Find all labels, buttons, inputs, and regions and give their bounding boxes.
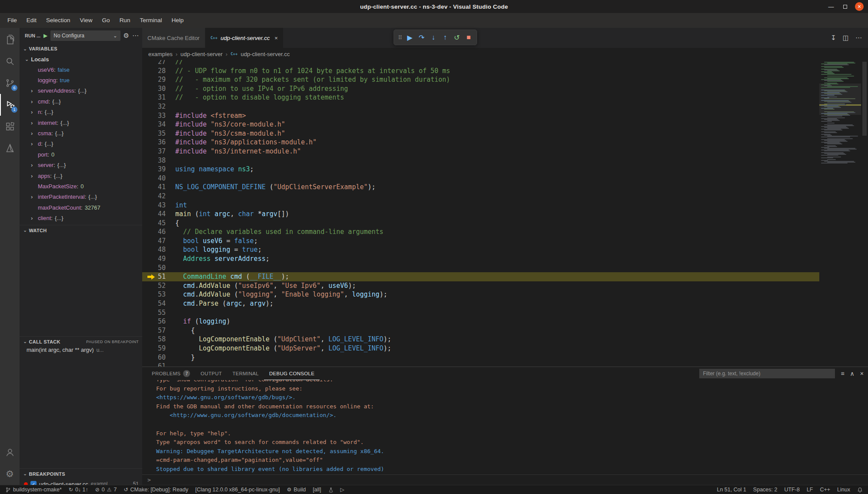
maximize-panel-icon[interactable]: ∧: [850, 370, 855, 377]
line-number[interactable]: 54: [142, 299, 175, 308]
breadcrumb-item[interactable]: udp-client-server: [180, 51, 223, 57]
step-out-icon[interactable]: ↑: [439, 33, 451, 41]
status-launch[interactable]: ▷: [337, 485, 348, 494]
status-problems[interactable]: ⊘0⚠7: [92, 485, 120, 494]
line-number[interactable]: 30: [142, 84, 175, 93]
line-number[interactable]: 35: [142, 129, 175, 138]
menu-item-terminal[interactable]: Terminal: [135, 13, 167, 28]
editor-tab-2[interactable]: C++udp-client-server.cc×: [205, 28, 284, 48]
panel-tab-problems[interactable]: PROBLEMS7: [147, 367, 195, 380]
code-line[interactable]: 49 Address serverAddress;: [142, 254, 819, 264]
console-filter-input[interactable]: [699, 369, 835, 378]
code-line[interactable]: 35#include "ns3/csma-module.h": [142, 129, 819, 138]
menu-item-edit[interactable]: Edit: [22, 13, 41, 28]
accounts-icon[interactable]: [0, 441, 20, 463]
variable-n[interactable]: ›n:{...}: [20, 107, 142, 117]
code-line[interactable]: 59 LogComponentEnable ("UdpServer", LOG_…: [142, 344, 819, 353]
code-line[interactable]: 57 {: [142, 326, 819, 335]
views-more-icon[interactable]: ⋯: [132, 32, 139, 40]
watch-section-header[interactable]: ⌄ WATCH: [20, 225, 142, 235]
code-line[interactable]: 41NS_LOG_COMPONENT_DEFINE ("UdpClientSer…: [142, 183, 819, 192]
menu-item-file[interactable]: File: [3, 13, 22, 28]
editor-tab-1[interactable]: CMake Cache Editor: [142, 28, 205, 48]
line-number[interactable]: 58: [142, 335, 175, 344]
line-number[interactable]: 27: [142, 60, 175, 67]
variable-server[interactable]: ›server:{...}: [20, 160, 142, 170]
scrollbar-thumb[interactable]: [862, 62, 867, 136]
line-number[interactable]: 47: [142, 237, 175, 246]
variable-csma[interactable]: ›csma:{...}: [20, 128, 142, 138]
line-number[interactable]: 48: [142, 245, 175, 254]
cmake-tools-icon[interactable]: [0, 137, 20, 159]
variable-apps[interactable]: ›apps:{...}: [20, 170, 142, 181]
status-cursor-position[interactable]: Ln 51, Col 1: [713, 485, 749, 494]
line-number[interactable]: 29: [142, 75, 175, 84]
debug-console-input[interactable]: >: [142, 474, 868, 485]
line-number[interactable]: 46: [142, 227, 175, 237]
menu-item-view[interactable]: View: [75, 13, 97, 28]
close-panel-icon[interactable]: ×: [860, 370, 864, 377]
code-line[interactable]: 36#include "ns3/applications-module.h": [142, 138, 819, 147]
menu-item-help[interactable]: Help: [167, 13, 188, 28]
variable-client[interactable]: ›client:{...}: [20, 213, 142, 223]
minimap-slider[interactable]: [819, 83, 861, 115]
explorer-icon[interactable]: [0, 29, 20, 50]
code-line[interactable]: 44main (int argc, char *argv[]): [142, 210, 819, 219]
line-number[interactable]: 38: [142, 156, 175, 165]
panel-tab-output[interactable]: OUTPUT: [195, 367, 227, 380]
line-number[interactable]: 57: [142, 326, 175, 335]
code-line[interactable]: 34#include "ns3/core-module.h": [142, 120, 819, 129]
menu-item-go[interactable]: Go: [97, 13, 115, 28]
code-line[interactable]: 51 CommandLine cmd (__FILE__);: [142, 272, 819, 281]
code-line[interactable]: 39using namespace ns3;: [142, 165, 819, 174]
line-number[interactable]: 41: [142, 183, 175, 192]
split-editor-icon[interactable]: ◫: [843, 34, 849, 42]
status-git-branch[interactable]: buildsystem-cmake*: [2, 485, 65, 494]
line-number[interactable]: 50: [142, 264, 175, 273]
status-indentation[interactable]: Spaces: 2: [750, 485, 781, 494]
call-stack-section-header[interactable]: ⌄ CALL STACK PAUSED ON BREAKPOINT: [20, 336, 142, 347]
code-line[interactable]: 29// - maximum of 320 packets sent (or l…: [142, 75, 819, 84]
line-number[interactable]: 28: [142, 67, 175, 76]
code-line[interactable]: 47 bool useV6 = false;: [142, 237, 819, 246]
run-and-debug-icon[interactable]: 1: [0, 94, 20, 116]
scope-locals[interactable]: ⌄ Locals: [20, 54, 142, 64]
run-or-debug-icon[interactable]: ↧: [831, 34, 836, 42]
code-line[interactable]: 31// - option to disable logging stateme…: [142, 93, 819, 102]
menu-item-selection[interactable]: Selection: [41, 13, 75, 28]
code-line[interactable]: 50: [142, 264, 819, 273]
status-language[interactable]: C++: [816, 485, 834, 494]
line-number[interactable]: 45: [142, 219, 175, 228]
code-line[interactable]: 54 cmd.Parse (argc, argv);: [142, 299, 819, 308]
close-icon[interactable]: ×: [855, 2, 864, 11]
line-number[interactable]: 60: [142, 353, 175, 362]
panel-tab-terminal[interactable]: TERMINAL: [227, 367, 264, 380]
line-number[interactable]: 40: [142, 174, 175, 183]
line-number[interactable]: 56: [142, 317, 175, 326]
breadcrumb-item[interactable]: examples: [148, 51, 173, 57]
code-line[interactable]: 38: [142, 156, 819, 165]
settings-gear-icon[interactable]: ⚙: [0, 463, 20, 485]
code-line[interactable]: 55: [142, 308, 819, 317]
variable-internet[interactable]: ›internet:{...}: [20, 117, 142, 128]
line-number[interactable]: 53: [142, 290, 175, 299]
line-number[interactable]: 36: [142, 138, 175, 147]
breadcrumb-item[interactable]: udp-client-server.cc: [240, 51, 290, 57]
code-line[interactable]: 40: [142, 174, 819, 183]
code-line[interactable]: 28// - UDP flow from n0 to n1 of 1024 by…: [142, 67, 819, 76]
source-control-icon[interactable]: 6: [0, 72, 20, 94]
code-line[interactable]: 30// - option to use IPv4 or IPv6 addres…: [142, 84, 819, 93]
variable-interPacketInterval[interactable]: ›interPacketInterval:{...}: [20, 192, 142, 202]
variable-logging[interactable]: logging:true: [20, 75, 142, 85]
variable-MaxPacketSize[interactable]: MaxPacketSize:0: [20, 181, 142, 191]
status-remote-os[interactable]: Linux: [834, 485, 854, 494]
breakpoint-checkbox[interactable]: ✓: [30, 481, 37, 485]
variable-port[interactable]: port:0: [20, 149, 142, 160]
line-number[interactable]: 59: [142, 344, 175, 353]
menu-item-run[interactable]: Run: [115, 13, 135, 28]
code-line[interactable]: 61: [142, 362, 819, 367]
variable-serverAddress[interactable]: ›serverAddress:{...}: [20, 86, 142, 96]
code-line[interactable]: 43int: [142, 201, 819, 210]
code-line[interactable]: 42: [142, 192, 819, 201]
code-line[interactable]: 60 }: [142, 353, 819, 362]
